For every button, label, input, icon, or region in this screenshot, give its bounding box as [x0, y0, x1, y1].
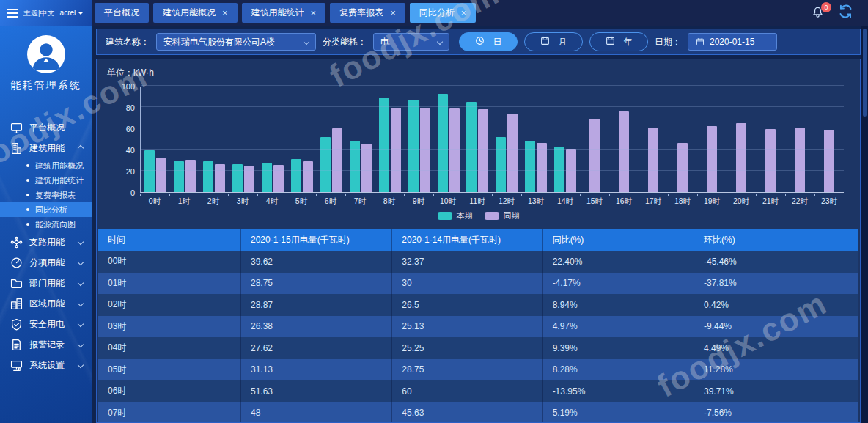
main-content: 建筑名称： 安科瑞电气股份有限公司A楼 分类能耗： 电 日月年 日期： 2020… [92, 26, 868, 423]
sidebar-item-label: 安全用电 [29, 318, 65, 331]
sidebar-subitem-复费率报表[interactable]: 复费率报表 [0, 188, 92, 202]
bar-同期-9时[interactable] [420, 108, 430, 192]
bar-本期-4时[interactable] [262, 163, 272, 192]
tab-close-icon[interactable]: × [390, 8, 396, 18]
bar-本期-2时[interactable] [203, 161, 213, 192]
bar-同期-8时[interactable] [391, 108, 401, 192]
bar-同期-13时[interactable] [537, 143, 547, 192]
refresh-icon[interactable] [838, 4, 853, 22]
x-axis-label: 2时 [199, 196, 228, 207]
bar-同期-5时[interactable] [303, 161, 313, 192]
bar-同期-18时[interactable] [677, 143, 688, 192]
avatar[interactable] [27, 35, 65, 73]
tab-复费率报表[interactable]: 复费率报表× [330, 3, 405, 23]
bar-本期-5时[interactable] [291, 159, 301, 192]
bar-同期-23时[interactable] [824, 130, 834, 192]
bar-同期-21时[interactable] [765, 129, 776, 192]
bar-本期-10时[interactable] [438, 94, 448, 192]
bar-同期-15时[interactable] [589, 119, 600, 192]
sidebar-item-支路用能[interactable]: 支路用能 [0, 232, 92, 252]
tab-同比分析[interactable]: 同比分析× [410, 3, 477, 23]
bar-本期-9时[interactable] [408, 100, 419, 192]
tab-close-icon[interactable]: × [311, 8, 317, 18]
bar-同期-10时[interactable] [449, 108, 460, 192]
period-button-月[interactable]: 月 [524, 32, 583, 51]
bar-同期-1时[interactable] [185, 160, 196, 192]
user-menu[interactable]: acrel [60, 9, 84, 17]
bar-本期-12时[interactable] [496, 137, 506, 192]
notification-bell-icon[interactable]: 0 [811, 6, 825, 20]
scrollbar[interactable] [861, 26, 868, 423]
bar-本期-11时[interactable] [466, 102, 477, 192]
tab-平台概况[interactable]: 平台概况 [95, 3, 149, 23]
bar-group-2时 [199, 87, 229, 192]
tab-建筑用能统计[interactable]: 建筑用能统计× [242, 3, 326, 23]
sidebar-subitem-同比分析[interactable]: 同比分析 [0, 202, 92, 217]
table-row[interactable]: 05时31.1328.758.28%11.28% [98, 359, 858, 381]
bar-group-16时 [609, 87, 639, 192]
table-row[interactable]: 04时27.6225.259.39%4.49% [98, 337, 858, 359]
table-row[interactable]: 06时51.6360-13.95%39.71% [98, 380, 858, 402]
sidebar-item-部门用能[interactable]: 部门用能 [0, 273, 92, 293]
tab-close-icon[interactable]: × [222, 8, 228, 18]
bar-同期-22时[interactable] [795, 128, 805, 192]
bar-同期-2时[interactable] [215, 164, 225, 192]
period-button-年[interactable]: 年 [589, 32, 648, 51]
bar-同期-7时[interactable] [361, 144, 372, 192]
shield-icon [10, 318, 23, 331]
sidebar-item-平台概况[interactable]: 平台概况 [0, 117, 92, 138]
energy-type-select[interactable]: 电 [373, 33, 449, 51]
x-axis-label: 15时 [580, 196, 609, 207]
bar-本期-8时[interactable] [379, 98, 389, 192]
x-axis-label: 12时 [492, 196, 521, 207]
sidebar-item-分项用能[interactable]: 分项用能 [0, 252, 92, 273]
table-cell: 0.42% [694, 294, 858, 316]
bar-同期-4时[interactable] [273, 165, 284, 192]
bar-本期-1时[interactable] [174, 161, 184, 192]
table-cell: 01时 [98, 273, 241, 295]
sidebar-item-建筑用能[interactable]: 建筑用能 [0, 138, 92, 158]
sidebar-item-区域用能[interactable]: 区域用能 [0, 293, 92, 314]
sidebar-subitem-建筑用能统计[interactable]: 建筑用能统计 [0, 173, 92, 188]
table-cell: -45.46% [694, 251, 858, 273]
scrollbar-thumb[interactable] [863, 29, 867, 117]
bar-本期-14时[interactable] [554, 147, 564, 192]
theme-language-label[interactable]: 主题|中文 [23, 8, 55, 18]
bar-同期-6时[interactable] [332, 128, 342, 192]
tab-label: 同比分析 [419, 7, 455, 19]
period-button-日[interactable]: 日 [459, 32, 518, 51]
sidebar-subitem-建筑用能概况[interactable]: 建筑用能概况 [0, 158, 92, 173]
table-row[interactable]: 03时26.3825.134.97%-9.44% [98, 316, 858, 338]
table-cell: 28.75 [241, 273, 392, 295]
date-picker[interactable]: 2020-01-15 [688, 33, 777, 51]
table-cell: -9.44% [694, 316, 858, 338]
app-title: 能耗管理系统 [0, 79, 92, 92]
table-row[interactable]: 00时39.6232.3722.40%-45.46% [98, 251, 858, 273]
tab-建筑用能概况[interactable]: 建筑用能概况× [153, 3, 238, 23]
table-cell: 03时 [98, 316, 241, 338]
bar-同期-20时[interactable] [736, 123, 746, 192]
table-row[interactable]: 07时4845.635.19%-7.56% [98, 402, 858, 423]
tab-close-icon[interactable]: × [461, 8, 467, 18]
bar-同期-17时[interactable] [648, 128, 658, 192]
sidebar-item-安全用电[interactable]: 安全用电 [0, 314, 92, 334]
sidebar-item-报警记录[interactable]: 报警记录 [0, 334, 92, 355]
sidebar-subitem-能源流向图[interactable]: 能源流向图 [0, 217, 92, 232]
building-select[interactable]: 安科瑞电气股份有限公司A楼 [156, 33, 316, 51]
menu-toggle-icon[interactable] [7, 9, 18, 18]
legend-item-本期[interactable]: 本期 [438, 210, 473, 221]
bar-group-11时 [463, 87, 492, 192]
bar-本期-0时[interactable] [144, 150, 155, 192]
table-row[interactable]: 02时28.8726.58.94%0.42% [98, 294, 858, 316]
table-row[interactable]: 01时28.7530-4.17%-37.81% [98, 273, 858, 295]
bar-同期-0时[interactable] [156, 158, 166, 192]
bar-同期-11时[interactable] [478, 109, 488, 192]
bar-同期-19时[interactable] [707, 126, 717, 192]
sidebar-item-系统设置[interactable]: 系统设置 [0, 355, 92, 375]
bar-本期-6时[interactable] [320, 137, 331, 192]
sidebar-item-label: 分项用能 [29, 257, 65, 269]
bar-同期-12时[interactable] [507, 114, 518, 192]
bar-本期-3时[interactable] [232, 164, 243, 192]
legend-item-同期[interactable]: 同期 [485, 210, 520, 221]
bar-同期-16时[interactable] [619, 111, 629, 192]
